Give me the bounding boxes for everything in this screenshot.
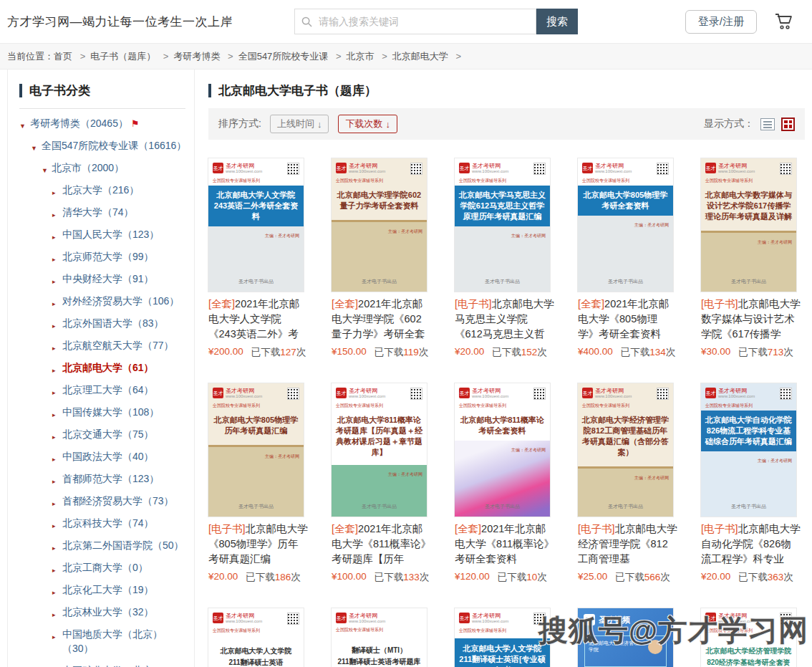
category-tree-item[interactable]: ▸北京林业大学（32） — [19, 605, 188, 620]
category-sidebar: 电子书分类 ▼考研考博类（20465）⚑ ▼全国547所院校专业课（16616）… — [7, 69, 195, 667]
tree-arrow-icon[interactable]: ▸ — [52, 541, 56, 555]
product-title[interactable]: [全套]2021年北京邮电大学《805物理学》考研全套资料 — [578, 297, 678, 342]
tree-arrow-icon[interactable]: ▸ — [52, 297, 56, 311]
product-card-partial[interactable]: 圣才 圣才考研网www.100xuexi.com 全国院校专业课辅导系列 翻译硕… — [332, 608, 432, 667]
product-title[interactable]: [电子书]北京邮电大学马克思主义学院《612马克思主义哲 — [455, 297, 555, 342]
product-card[interactable]: 圣才 圣才考研网www.100xuexi.com 全国院校专业课辅导系列 北京邮… — [701, 158, 801, 359]
category-tree-item[interactable]: ▸北京邮电大学（61） — [19, 360, 188, 375]
login-register-button[interactable]: 登录/注册 — [685, 10, 757, 34]
breadcrumb-link[interactable]: 北京邮电大学 — [392, 51, 448, 62]
category-tree-item[interactable]: ▸北京工商大学（0） — [19, 560, 188, 575]
product-title[interactable]: [全套]2021年北京邮电大学《811概率论》考研题库【历年 — [332, 522, 432, 567]
book-cover[interactable]: 圣才 圣才考研网www.100xuexi.com 全国院校专业课辅导系列 北京邮… — [455, 608, 550, 667]
download-count: 已下载713次 — [738, 346, 793, 359]
tree-arrow-icon[interactable]: ▸ — [52, 430, 56, 444]
breadcrumb-link[interactable]: 电子书（题库） — [90, 51, 155, 62]
tree-arrow-icon[interactable]: ▸ — [52, 341, 56, 355]
category-tree-item[interactable]: ▸中国地质大学（北京）（30） — [19, 627, 188, 656]
book-cover[interactable]: 圣才 圣才考研网www.100xuexi.com 全国院校专业课辅导系列 北京邮… — [578, 158, 673, 292]
sort-button[interactable]: 下载次数↓ — [338, 115, 397, 133]
book-cover[interactable]: 圣才 圣才考研网www.100xuexi.com 全国院校专业课辅导系列 北京邮… — [701, 383, 796, 517]
category-tree-item[interactable]: ▸中国矿业大学（北京）（41） — [19, 663, 188, 667]
category-tree-item[interactable]: ▸对外经济贸易大学（106） — [19, 294, 188, 309]
tree-arrow-icon[interactable]: ▸ — [52, 274, 56, 289]
display-list-icon[interactable] — [760, 118, 775, 130]
breadcrumb-link[interactable]: 北京市 — [347, 51, 374, 62]
tree-arrow-icon[interactable]: ▸ — [52, 208, 56, 222]
book-cover[interactable]: 圣才 圣才考研网www.100xuexi.com 全国院校专业课辅导系列 北京邮… — [208, 383, 304, 517]
product-title[interactable]: [全套]2021年北京邮电大学人文学院《243英语二外》考 — [208, 297, 309, 342]
product-title[interactable]: [电子书]北京邮电大学数字媒体与设计艺术学院《617传播学 — [701, 297, 801, 342]
category-tree-item[interactable]: ▼全国547所院校专业课（16616） — [19, 138, 188, 153]
product-card[interactable]: 圣才 圣才考研网www.100xuexi.com 全国院校专业课辅导系列 北京邮… — [578, 383, 678, 584]
tree-arrow-icon[interactable]: ▸ — [52, 563, 56, 577]
category-tree-item[interactable]: ▸中央财经大学（91） — [19, 272, 188, 287]
tree-arrow-icon[interactable]: ▸ — [52, 608, 56, 622]
category-tree-item[interactable]: ▼北京市（2000） — [19, 160, 188, 176]
product-title[interactable]: [电子书]北京邮电大学《805物理学》历年考研真题汇编 — [208, 522, 309, 567]
product-title[interactable]: [全套]2021年北京邮电大学《811概率论》考研全套资料 — [455, 522, 555, 567]
tree-arrow-icon[interactable]: ▼ — [42, 163, 48, 178]
category-tree-item[interactable]: ▸北京交通大学（75） — [19, 427, 188, 442]
breadcrumb-link[interactable]: 首页 — [54, 51, 72, 62]
category-tree-item[interactable]: ▼考研考博类（20465）⚑ — [19, 116, 188, 131]
book-cover[interactable]: 圣才 圣才考研网www.100xuexi.com 全国院校专业课辅导系列 北京邮… — [208, 158, 304, 292]
product-title[interactable]: [电子书]北京邮电大学自动化学院《826物流工程学》科专业 — [701, 522, 801, 567]
book-cover[interactable]: 圣才 圣才考研网www.100xuexi.com 全国院校专业课辅导系列 北京邮… — [332, 383, 427, 517]
tree-arrow-icon[interactable]: ▼ — [31, 141, 37, 155]
product-card[interactable]: 圣才 圣才考研网www.100xuexi.com 全国院校专业课辅导系列 北京邮… — [455, 383, 555, 584]
tree-arrow-icon[interactable]: ▼ — [19, 119, 26, 133]
display-grid-icon[interactable] — [781, 117, 795, 131]
cart-icon[interactable] — [774, 12, 793, 31]
product-card[interactable]: 圣才 圣才考研网www.100xuexi.com 全国院校专业课辅导系列 北京邮… — [455, 158, 555, 359]
tree-arrow-icon[interactable]: ▸ — [52, 408, 56, 422]
product-title[interactable]: [电子书]北京邮电大学经济管理学院《812工商管理基 — [578, 522, 678, 567]
product-card[interactable]: 圣才 圣才考研网www.100xuexi.com 全国院校专业课辅导系列 北京邮… — [208, 383, 309, 584]
category-tree-item[interactable]: ▸北京外国语大学（83） — [19, 316, 188, 331]
category-tree-item[interactable]: ▸中国人民大学（123） — [19, 227, 188, 242]
tree-arrow-icon[interactable]: ▸ — [52, 186, 56, 200]
book-cover[interactable]: 圣才 圣才考研网www.100xuexi.com 全国院校专业课辅导系列 北京邮… — [208, 608, 304, 667]
search-input[interactable] — [319, 16, 536, 27]
category-tree-item[interactable]: ▸中国传媒大学（108） — [19, 405, 188, 420]
tree-arrow-icon[interactable]: ▸ — [52, 363, 56, 378]
breadcrumb-link[interactable]: 全国547所院校专业课 — [238, 51, 329, 62]
tree-arrow-icon[interactable]: ▸ — [52, 252, 56, 267]
product-card[interactable]: 圣才 圣才考研网www.100xuexi.com 全国院校专业课辅导系列 北京邮… — [208, 158, 309, 359]
tree-arrow-icon[interactable]: ▸ — [52, 319, 56, 333]
breadcrumb-link[interactable]: 考研考博类 — [173, 51, 220, 62]
category-tree-item[interactable]: ▸北京航空航天大学（77） — [19, 338, 188, 353]
product-card[interactable]: 圣才 圣才考研网www.100xuexi.com 全国院校专业课辅导系列 北京邮… — [701, 383, 801, 584]
book-cover[interactable]: 圣才 圣才考研网www.100xuexi.com 全国院校专业课辅导系列 北京邮… — [455, 158, 550, 292]
book-cover[interactable]: 圣才 圣才考研网www.100xuexi.com 全国院校专业课辅导系列 北京邮… — [701, 158, 796, 292]
tree-arrow-icon[interactable]: ▸ — [52, 519, 56, 533]
category-tree-item[interactable]: ▸首都师范大学（123） — [19, 471, 188, 486]
book-cover[interactable]: 圣才 圣才考研网www.100xuexi.com 全国院校专业课辅导系列 翻译硕… — [332, 608, 427, 667]
book-cover[interactable]: 圣才 圣才考研网www.100xuexi.com 全国院校专业课辅导系列 北京邮… — [332, 158, 427, 292]
category-tree-item[interactable]: ▸首都经济贸易大学（73） — [19, 494, 188, 509]
category-tree-item[interactable]: ▸北京理工大学（64） — [19, 383, 188, 398]
product-card[interactable]: 圣才 圣才考研网www.100xuexi.com 全国院校专业课辅导系列 北京邮… — [332, 383, 432, 584]
product-card-partial[interactable]: 圣才 圣才考研网www.100xuexi.com 全国院校专业课辅导系列 北京邮… — [208, 608, 309, 667]
category-tree-item[interactable]: ▸北京大学（216） — [19, 183, 188, 198]
tree-arrow-icon[interactable]: ▸ — [52, 230, 56, 244]
book-cover[interactable]: 圣才 圣才考研网www.100xuexi.com 全国院校专业课辅导系列 北京邮… — [578, 383, 673, 517]
product-card[interactable]: 圣才 圣才考研网www.100xuexi.com 全国院校专业课辅导系列 北京邮… — [578, 158, 678, 359]
book-cover[interactable]: 圣才 圣才考研网www.100xuexi.com 全国院校专业课辅导系列 北京邮… — [455, 383, 550, 517]
search-button[interactable]: 搜索 — [536, 9, 578, 34]
category-tree-item[interactable]: ▸北京师范大学（99） — [19, 249, 188, 264]
product-title[interactable]: [全套]2021年北京邮电大学理学院《602量子力学》考研全套 — [332, 297, 432, 342]
tree-arrow-icon[interactable]: ▸ — [52, 496, 56, 511]
category-tree-item[interactable]: ▸北京科技大学（74） — [19, 516, 188, 531]
tree-arrow-icon[interactable]: ▸ — [52, 385, 56, 400]
tree-arrow-icon[interactable]: ▸ — [52, 630, 56, 644]
tree-arrow-icon[interactable]: ▸ — [52, 474, 56, 489]
sort-button[interactable]: 上线时间↓ — [270, 115, 329, 133]
category-tree-item[interactable]: ▸北京化工大学（19） — [19, 582, 188, 598]
category-tree-item[interactable]: ▸中国政法大学（40） — [19, 449, 188, 464]
category-tree-item[interactable]: ▸北京第二外国语学院（50） — [19, 538, 188, 553]
category-tree-item[interactable]: ▸清华大学（74） — [19, 205, 188, 220]
product-card[interactable]: 圣才 圣才考研网www.100xuexi.com 全国院校专业课辅导系列 北京邮… — [332, 158, 432, 359]
tree-arrow-icon[interactable]: ▸ — [52, 452, 56, 466]
tree-arrow-icon[interactable]: ▸ — [52, 585, 56, 600]
